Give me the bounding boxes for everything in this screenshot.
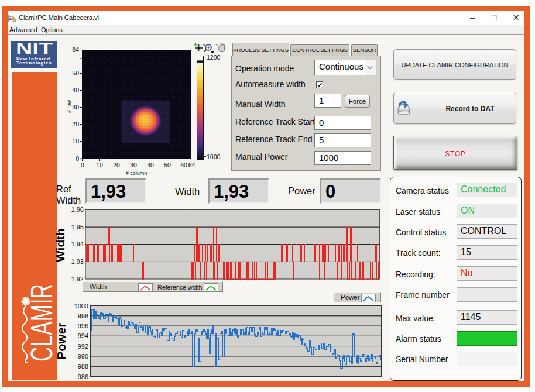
svg-text:1,96: 1,96 xyxy=(71,206,84,213)
svg-text:1,92: 1,92 xyxy=(71,276,84,283)
svg-text:50: 50 xyxy=(72,70,79,77)
svg-text:1000: 1000 xyxy=(74,302,88,310)
svg-text:20: 20 xyxy=(72,121,79,128)
svg-text:1,93: 1,93 xyxy=(71,258,84,265)
svg-text:CLAMIR: CLAMIR xyxy=(25,284,57,362)
svg-text:# column: # column xyxy=(126,170,148,176)
svg-text:1000: 1000 xyxy=(207,153,221,160)
svg-text:Power: Power xyxy=(56,322,68,359)
svg-text:30: 30 xyxy=(130,161,137,169)
svg-text:0: 0 xyxy=(76,155,79,162)
svg-text:50: 50 xyxy=(164,161,171,169)
svg-text:Width: Width xyxy=(56,228,67,262)
svg-text:0: 0 xyxy=(81,161,84,169)
svg-text:1200: 1200 xyxy=(207,54,221,61)
svg-text:64: 64 xyxy=(188,161,196,169)
svg-text:60: 60 xyxy=(180,161,187,169)
svg-text:64: 64 xyxy=(72,46,79,53)
svg-text:1,94: 1,94 xyxy=(71,240,84,247)
svg-text:998: 998 xyxy=(78,312,88,319)
svg-text:40: 40 xyxy=(72,87,79,94)
svg-text:10: 10 xyxy=(96,161,103,169)
svg-text:10: 10 xyxy=(72,137,79,145)
svg-text:986: 986 xyxy=(78,373,88,380)
svg-text:990: 990 xyxy=(78,353,88,360)
svg-text:992: 992 xyxy=(78,343,88,350)
svg-text:994: 994 xyxy=(78,332,88,339)
svg-text:996: 996 xyxy=(78,322,88,329)
svg-text:40: 40 xyxy=(147,161,154,169)
svg-text:20: 20 xyxy=(113,161,120,169)
svg-text:30: 30 xyxy=(72,104,79,111)
svg-text:988: 988 xyxy=(78,363,88,370)
svg-text:# row: # row xyxy=(66,99,72,113)
svg-text:1,95: 1,95 xyxy=(71,223,84,231)
